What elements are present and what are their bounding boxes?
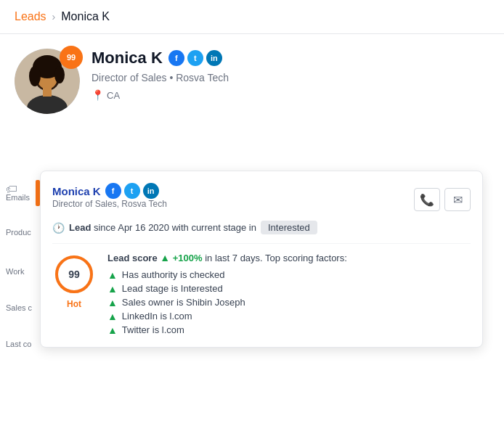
profile-title: Director of Sales • Rosva Tech [92,72,489,83]
profile-section: 99 Monica K f t in Director of Sales • R… [0,34,504,126]
popup-header: Monica K f t in Director of Sales, Rosva… [52,183,471,216]
svg-point-4 [29,66,41,86]
factor-arrow-1: ▲ [107,270,118,280]
score-headline: Lead score ▲ +100% in last 7 days. Top s… [107,253,471,263]
title-separator: • [169,72,176,83]
profile-name-row: Monica K f t in [92,49,489,67]
email-icon: ✉ [453,193,463,207]
products-label-row: Produc [6,218,34,247]
score-details: Lead score ▲ +100% in last 7 days. Top s… [107,253,471,335]
factor-text-3: Sales owner is Shibin Joseph [122,297,245,308]
breadcrumb-leads-link[interactable]: Leads [15,10,46,23]
stage-badge: Interested [261,221,317,234]
work-label: Work [6,267,24,276]
breadcrumb-current-page: Monica K [61,10,110,23]
location-text: CA [107,90,120,101]
company-name: Rosva Tech [176,72,229,83]
factor-arrow-2: ▲ [107,284,118,294]
popup-name-row: Monica K f t in [52,183,167,199]
email-button[interactable]: ✉ [444,188,471,211]
score-circle: 99 Hot [52,253,96,309]
popup-actions: 📞 ✉ [414,188,471,211]
twitter-letter: t [194,54,197,62]
breadcrumb-chevron-icon: › [52,11,56,22]
work-label-row: Work [6,257,34,286]
tag-icon: 🏷 [6,183,17,196]
linkedin-letter: in [211,54,218,62]
lead-score-label: Lead score [107,253,160,263]
factor-list: ▲ Has authority is checked ▲ Lead stage … [107,269,471,335]
score-badge: 99 [60,46,83,69]
avatar-container: 99 [15,49,80,114]
popup-contact-title: Director of Sales, Rosva Tech [52,199,167,209]
last-label-row: Last co [6,329,34,359]
breadcrumb: Leads › Monica K [0,0,504,34]
location-pin-icon: 📍 [92,89,104,101]
profile-location: 📍 CA [92,89,489,101]
factor-item-2: ▲ Lead stage is Interested [107,283,471,294]
profile-info: Monica K f t in Director of Sales • Rosv… [92,49,489,101]
linkedin-icon[interactable]: in [206,50,222,66]
score-number-text: 99 [68,269,80,280]
products-label: Produc [6,228,31,237]
phone-button[interactable]: 📞 [414,188,440,211]
factor-text-4: LinkedIn is l.com [122,311,192,321]
svg-rect-7 [43,88,52,97]
last-label: Last co [6,340,31,348]
factor-text-2: Lead stage is Interested [122,283,223,294]
stage-text-content: since Apr 16 2020 with current stage in [94,222,256,233]
facebook-icon[interactable]: f [168,50,184,66]
popup-stage-row: 🕐 Lead since Apr 16 2020 with current st… [52,221,471,244]
popup-linkedin-icon[interactable]: in [143,183,159,199]
labels-section: Emails Produc Work Sales c Last co [0,174,40,367]
popup-score-section: 99 Hot Lead score ▲ +100% in last 7 days… [52,253,471,335]
factor-arrow-3: ▲ [107,298,118,308]
score-up-arrow: ▲ [160,252,170,263]
popup-facebook-icon[interactable]: f [105,183,121,199]
svg-point-5 [54,66,65,83]
factor-item-4: ▲ LinkedIn is l.com [107,311,471,321]
factor-arrow-5: ▲ [107,325,118,335]
factor-text-1: Has authority is checked [122,269,225,280]
factor-arrow-4: ▲ [107,311,118,321]
score-ring-svg: 99 [52,253,96,296]
tag-row: 🏷 [6,183,17,196]
popup-card: Monica K f t in Director of Sales, Rosva… [40,171,483,348]
phone-icon: 📞 [420,193,434,207]
factor-item-1: ▲ Has authority is checked [107,269,471,280]
popup-twitter-icon[interactable]: t [124,183,140,199]
profile-name: Monica K [92,49,163,67]
factor-text-5: Twitter is l.com [122,324,184,335]
factor-item-5: ▲ Twitter is l.com [107,324,471,335]
hot-label: Hot [67,299,81,309]
factor-item-3: ▲ Sales owner is Shibin Joseph [107,297,471,308]
twitter-icon[interactable]: t [187,50,203,66]
job-title: Director of Sales [92,72,166,83]
sales-label: Sales c [6,303,32,312]
score-suffix: in last 7 days. Top scoring factors: [205,253,347,263]
score-pct: +100% [173,253,203,263]
popup-social-icons: f t in [105,183,159,199]
lead-bold: Lead [69,222,91,233]
clock-icon: 🕐 [52,222,65,234]
stage-text: Lead since Apr 16 2020 with current stag… [69,222,256,233]
sales-label-row: Sales c [6,293,34,322]
popup-header-left: Monica K f t in Director of Sales, Rosva… [52,183,167,216]
social-icons: f t in [168,50,222,66]
popup-contact-name[interactable]: Monica K [52,185,101,197]
